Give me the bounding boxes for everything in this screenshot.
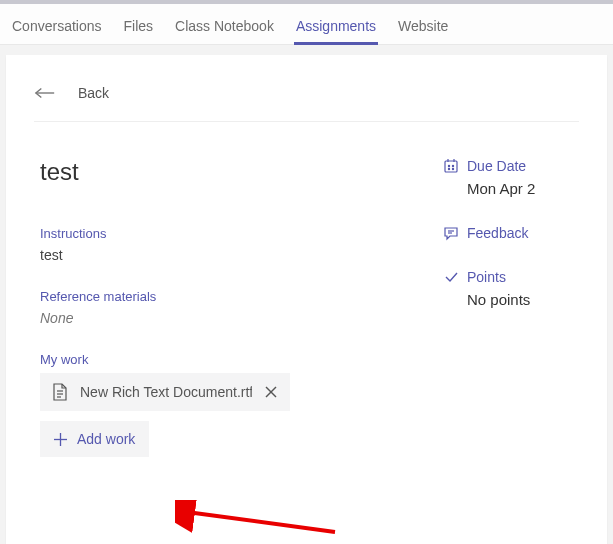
- plus-icon: [54, 433, 67, 446]
- tab-files[interactable]: Files: [122, 12, 156, 44]
- add-work-button[interactable]: Add work: [40, 421, 149, 457]
- instructions-heading: Instructions: [40, 226, 407, 241]
- attached-file-name: New Rich Text Document.rtf: [80, 384, 252, 400]
- assignment-panel: Back test Instructions test Reference ma…: [6, 55, 607, 544]
- reference-body: None: [40, 310, 407, 326]
- attached-file-chip[interactable]: New Rich Text Document.rtf: [40, 373, 290, 411]
- svg-point-11: [448, 165, 449, 166]
- tab-class-notebook[interactable]: Class Notebook: [173, 12, 276, 44]
- assignment-title: test: [40, 158, 407, 186]
- right-column: Due Date Mon Apr 2 Feedback: [443, 158, 573, 457]
- due-date-value: Mon Apr 2: [443, 180, 573, 197]
- svg-point-12: [452, 165, 453, 166]
- mywork-heading: My work: [40, 352, 407, 367]
- channel-tabs: Conversations Files Class Notebook Assig…: [0, 4, 613, 45]
- calendar-icon: [443, 158, 459, 174]
- due-date-block: Due Date Mon Apr 2: [443, 158, 573, 197]
- checkmark-icon: [443, 269, 459, 285]
- reference-heading: Reference materials: [40, 289, 407, 304]
- panel-gap: [0, 45, 613, 55]
- feedback-label: Feedback: [467, 225, 528, 241]
- points-block: Points No points: [443, 269, 573, 308]
- tab-conversations[interactable]: Conversations: [10, 12, 104, 44]
- add-work-label: Add work: [77, 431, 135, 447]
- remove-file-icon[interactable]: [264, 385, 278, 399]
- svg-point-14: [452, 168, 453, 169]
- back-label[interactable]: Back: [78, 85, 109, 101]
- tab-assignments[interactable]: Assignments: [294, 12, 378, 44]
- feedback-block[interactable]: Feedback: [443, 225, 573, 241]
- left-column: test Instructions test Reference materia…: [40, 158, 407, 457]
- points-header: Points: [443, 269, 573, 285]
- feedback-header: Feedback: [443, 225, 573, 241]
- instructions-body: test: [40, 247, 407, 263]
- back-arrow-icon[interactable]: [34, 87, 56, 99]
- document-icon: [52, 383, 68, 401]
- due-date-header: Due Date: [443, 158, 573, 174]
- feedback-icon: [443, 225, 459, 241]
- tab-website[interactable]: Website: [396, 12, 450, 44]
- points-label: Points: [467, 269, 506, 285]
- back-row: Back: [34, 79, 579, 122]
- due-date-label: Due Date: [467, 158, 526, 174]
- svg-point-13: [448, 168, 449, 169]
- main-grid: test Instructions test Reference materia…: [34, 158, 579, 457]
- points-value: No points: [443, 291, 573, 308]
- svg-rect-8: [445, 161, 457, 172]
